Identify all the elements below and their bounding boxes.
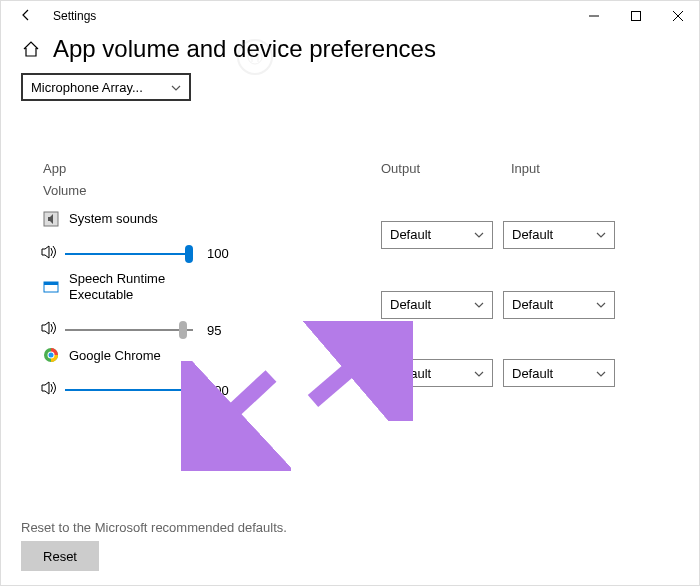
volume-slider[interactable] xyxy=(65,321,193,339)
chevron-down-icon xyxy=(474,229,484,240)
window-buttons xyxy=(573,1,699,31)
input-select[interactable]: Default xyxy=(503,221,615,249)
window-title: Settings xyxy=(41,9,573,23)
chevron-down-icon xyxy=(474,368,484,379)
select-label: Default xyxy=(390,366,431,381)
column-headers: App Output Input xyxy=(43,159,679,179)
app-name: Speech Runtime Executable xyxy=(69,271,199,304)
volume-value: 95 xyxy=(207,323,221,338)
input-select[interactable]: Default xyxy=(503,291,615,319)
watermark xyxy=(237,39,275,75)
app-row-google-chrome: Google Chrome 100 Default Default xyxy=(43,347,679,399)
close-button[interactable] xyxy=(657,1,699,31)
select-label: Default xyxy=(390,227,431,242)
svg-marker-14 xyxy=(42,382,49,394)
svg-point-13 xyxy=(49,353,54,358)
col-header-input: Input xyxy=(511,159,641,179)
output-select[interactable]: Default xyxy=(381,359,493,387)
speaker-icon[interactable] xyxy=(41,381,59,399)
system-sounds-icon xyxy=(43,211,59,227)
chevron-down-icon xyxy=(474,299,484,310)
footer: Reset to the Microsoft recommended defau… xyxy=(21,520,287,571)
app-row-speech-runtime: Speech Runtime Executable 95 Default Def… xyxy=(43,271,679,340)
minimize-button[interactable] xyxy=(573,1,615,31)
svg-rect-1 xyxy=(632,12,641,21)
select-label: Default xyxy=(512,297,553,312)
dropdown-label: Microphone Array... xyxy=(31,80,143,95)
app-name: System sounds xyxy=(69,211,158,226)
chevron-down-icon xyxy=(596,368,606,379)
footer-text: Reset to the Microsoft recommended defau… xyxy=(21,520,287,535)
chevron-down-icon xyxy=(596,299,606,310)
col-header-app: App xyxy=(43,159,381,179)
svg-marker-7 xyxy=(42,246,49,258)
page-header: App volume and device preferences xyxy=(1,31,699,71)
chevron-down-icon xyxy=(171,82,181,93)
back-button[interactable] xyxy=(11,8,41,25)
select-label: Default xyxy=(390,297,431,312)
volume-value: 100 xyxy=(207,383,229,398)
volume-value: 100 xyxy=(207,246,229,261)
app-name: Google Chrome xyxy=(69,348,161,363)
content-area: App Output Input Volume System sounds xyxy=(1,101,699,399)
output-select[interactable]: Default xyxy=(381,291,493,319)
titlebar: Settings xyxy=(1,1,699,31)
input-select[interactable]: Default xyxy=(503,359,615,387)
chevron-down-icon xyxy=(596,229,606,240)
app-row-system-sounds: System sounds 100 Default Default xyxy=(43,211,679,263)
maximize-button[interactable] xyxy=(615,1,657,31)
speaker-icon[interactable] xyxy=(41,321,59,339)
volume-slider[interactable] xyxy=(65,381,193,399)
col-subheader-volume: Volume xyxy=(43,183,679,198)
speech-runtime-icon xyxy=(43,279,59,295)
chrome-icon xyxy=(43,347,59,363)
speaker-icon[interactable] xyxy=(41,245,59,263)
output-select[interactable]: Default xyxy=(381,221,493,249)
svg-rect-9 xyxy=(44,282,58,285)
volume-slider[interactable] xyxy=(65,245,193,263)
reset-button[interactable]: Reset xyxy=(21,541,99,571)
microphone-dropdown[interactable]: Microphone Array... xyxy=(21,73,191,101)
select-label: Default xyxy=(512,227,553,242)
svg-marker-10 xyxy=(42,322,49,334)
svg-point-4 xyxy=(248,50,262,64)
col-header-output: Output xyxy=(381,159,511,179)
home-icon[interactable] xyxy=(21,39,41,59)
select-label: Default xyxy=(512,366,553,381)
